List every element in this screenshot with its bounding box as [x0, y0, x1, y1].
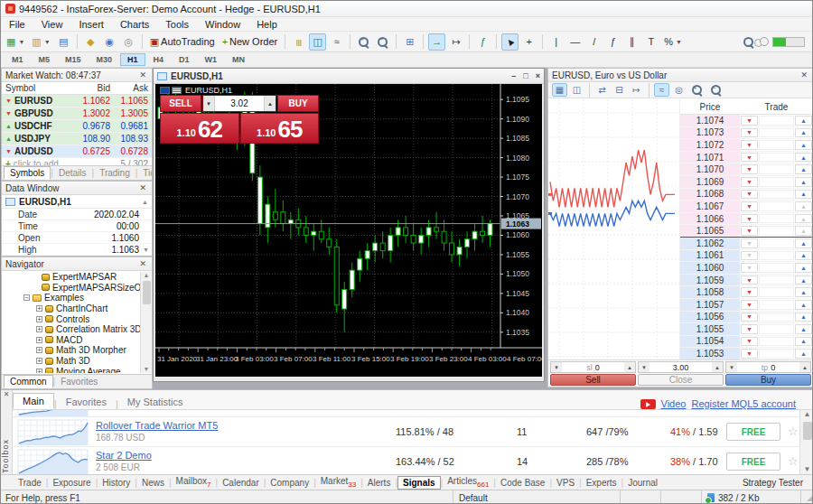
timeframe-mn[interactable]: MN: [225, 53, 252, 66]
buy-limit-icon[interactable]: ▲: [795, 287, 812, 297]
buy-limit-icon[interactable]: ▲: [795, 275, 812, 285]
auto-scroll-icon[interactable]: →: [428, 33, 445, 51]
horizontal-line-icon[interactable]: —: [566, 33, 584, 51]
sell-button[interactable]: SELL: [160, 95, 201, 112]
sell-limit-icon[interactable]: ▼: [741, 226, 758, 236]
sell-limit-icon[interactable]: ▼: [741, 300, 758, 310]
search-icon[interactable]: [743, 36, 754, 48]
buy-price[interactable]: 1.10 65: [240, 113, 320, 144]
sell-limit-icon[interactable]: ▼: [741, 349, 758, 359]
signal-row[interactable]: Rollover Trade Warrior MT5168.78 USD115.…: [13, 417, 799, 447]
tp-up-icon[interactable]: ▲: [799, 362, 810, 372]
signals-tab-favorites[interactable]: Favorites: [57, 395, 116, 409]
tp-value[interactable]: 0: [771, 363, 775, 372]
sell-price[interactable]: 1.10 62: [160, 113, 239, 144]
history-center-icon[interactable]: ◆: [82, 33, 99, 51]
text-icon[interactable]: T: [642, 33, 659, 51]
market-watch-tab-details[interactable]: Details: [53, 167, 92, 179]
close-icon[interactable]: ✕: [137, 259, 148, 268]
toolbox-tab-experts[interactable]: Experts: [582, 477, 621, 489]
depth-circles-icon[interactable]: ◎: [671, 83, 687, 97]
tile-windows-icon[interactable]: ⊞: [401, 33, 418, 51]
expander-icon[interactable]: +: [36, 358, 42, 364]
expander-icon[interactable]: +: [36, 337, 42, 343]
buy-limit-icon[interactable]: ▲: [795, 153, 812, 163]
buy-limit-icon[interactable]: ▲: [795, 324, 812, 334]
volume-down-icon[interactable]: ▼: [203, 96, 215, 111]
toolbox-tab-mailbox[interactable]: Mailbox7: [172, 475, 216, 490]
timeframe-m15[interactable]: M15: [58, 53, 89, 66]
menu-file[interactable]: File: [1, 18, 33, 31]
menu-view[interactable]: View: [33, 18, 71, 31]
close-icon[interactable]: ✕: [137, 70, 148, 79]
split-order-icon[interactable]: ⊟: [612, 83, 627, 97]
navigator-item[interactable]: −Examples: [2, 293, 140, 303]
volume-stepper[interactable]: ▼ 3.02 ▲: [202, 95, 276, 112]
toolbox-tab-alerts[interactable]: Alerts: [363, 477, 396, 489]
shapes-icon[interactable]: %▼: [661, 33, 685, 51]
close-icon[interactable]: ×: [536, 71, 540, 80]
toolbox-tab-company[interactable]: Company: [266, 477, 313, 489]
signals-scrollbar[interactable]: ▲▼: [799, 410, 813, 474]
buy-limit-icon[interactable]: ▲: [795, 128, 812, 138]
sell-limit-icon[interactable]: ▼: [741, 287, 758, 297]
toolbox-tab-history[interactable]: History: [98, 477, 135, 489]
sell-limit-icon[interactable]: ▼: [741, 324, 758, 334]
timeframe-m30[interactable]: M30: [89, 53, 120, 66]
buy-limit-icon[interactable]: ▲: [795, 164, 812, 174]
dom-close-button[interactable]: Close: [638, 374, 724, 386]
expander-icon[interactable]: +: [36, 305, 42, 312]
chart-shift-icon[interactable]: ↦: [447, 33, 464, 51]
profile-cell[interactable]: Default: [453, 490, 620, 504]
profiles-icon[interactable]: ▥▼: [29, 33, 52, 51]
navigator-tab-favorites[interactable]: Favorites: [55, 376, 103, 387]
expander-icon[interactable]: −: [23, 294, 30, 301]
buy-limit-icon[interactable]: ▲: [795, 140, 812, 150]
refresh-icon[interactable]: ⇄: [594, 83, 610, 97]
indicators-icon[interactable]: ƒ: [474, 33, 491, 51]
resize-grip[interactable]: ◢: [800, 490, 812, 504]
timeframe-m1[interactable]: M1: [5, 53, 31, 66]
toolbox-tab-trade[interactable]: Trade: [14, 477, 46, 489]
line-chart-icon[interactable]: ≈: [328, 33, 345, 51]
sell-limit-icon[interactable]: ▼: [741, 238, 758, 248]
sell-limit-icon[interactable]: ▼: [741, 128, 758, 138]
expander-icon[interactable]: +: [36, 347, 42, 353]
sell-limit-icon[interactable]: ▼: [741, 275, 758, 285]
transfer-icon[interactable]: ↦: [629, 83, 644, 97]
column-ask[interactable]: Ask: [114, 83, 152, 93]
toolbox-tab-articles[interactable]: Articles661: [443, 475, 493, 490]
trendline-icon[interactable]: /: [585, 33, 603, 51]
sl-up-icon[interactable]: ▲: [624, 362, 635, 372]
sell-limit-icon[interactable]: ▼: [741, 263, 758, 273]
fibonacci-icon[interactable]: ƒ: [604, 33, 621, 51]
buy-limit-icon[interactable]: ▲: [795, 238, 812, 248]
market-watch-row-gbpusd[interactable]: ▼GBPUSD1.30021.3005: [2, 107, 152, 120]
stop-loss-stepper[interactable]: ▼ sl0 ▲: [550, 361, 636, 373]
timeframe-d1[interactable]: D1: [172, 53, 197, 66]
buy-limit-icon[interactable]: ▲: [795, 214, 812, 224]
volume-value[interactable]: 3.02: [215, 96, 264, 111]
take-profit-stepper[interactable]: ▼ tp0 ▲: [725, 361, 811, 373]
column-bid[interactable]: Bid: [76, 83, 114, 93]
market-watch-tab-trading[interactable]: Trading: [94, 167, 136, 179]
expander-icon[interactable]: +: [36, 369, 42, 373]
menu-window[interactable]: Window: [197, 18, 248, 31]
navigator-item[interactable]: +Moving Average: [2, 366, 140, 373]
new-order-icon[interactable]: +New Order: [220, 33, 281, 51]
time-sales-icon[interactable]: ◫: [569, 83, 584, 97]
depth-mode-icon[interactable]: ▦: [552, 83, 567, 97]
chart-window-titlebar[interactable]: EURUSD,H1 – □ ×: [154, 69, 544, 84]
free-button[interactable]: FREE: [726, 453, 780, 471]
timeframe-h4[interactable]: H4: [146, 53, 172, 66]
sl-down-icon[interactable]: ▼: [551, 362, 562, 372]
navigator-item[interactable]: +Correlation Matrix 3D: [2, 324, 140, 335]
sell-limit-icon[interactable]: ▼: [741, 337, 758, 347]
toolbox-tab-exposure[interactable]: Exposure: [48, 477, 95, 489]
expander-icon[interactable]: +: [36, 326, 42, 332]
navigator-item[interactable]: +Math 3D: [2, 356, 140, 367]
tick-chart-icon[interactable]: ≈: [654, 83, 669, 97]
buy-limit-icon[interactable]: ▲: [795, 116, 812, 126]
new-chart-icon[interactable]: ▦▼: [4, 33, 27, 51]
buy-limit-icon[interactable]: ▲: [795, 337, 812, 347]
